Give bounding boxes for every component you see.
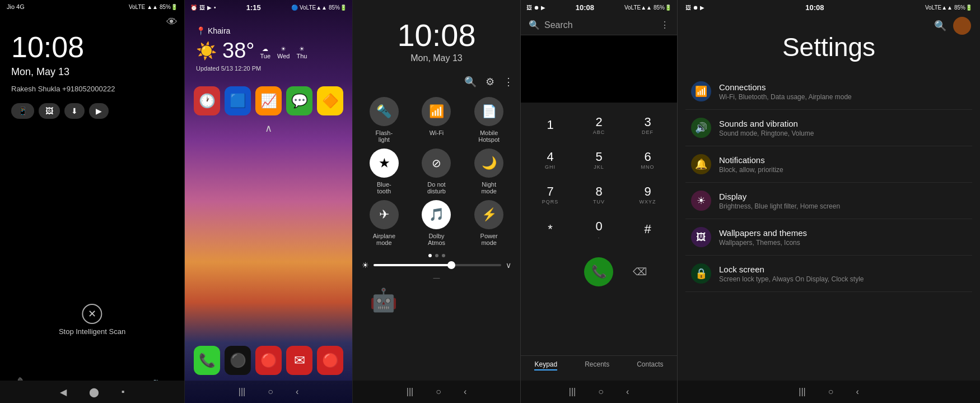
search-icon-dialer: 🔍 [529, 20, 540, 30]
nav-back-5[interactable]: ||| [799, 387, 805, 397]
airplane-label: Airplanemode [373, 233, 395, 246]
carrier-text: Jio 4G [7, 3, 25, 10]
power-icon: ⚡ [474, 200, 503, 229]
dial-7[interactable]: 7PQRS [526, 178, 574, 211]
qs-tile-wifi[interactable]: 📶 Wi-Fi [413, 97, 460, 143]
search-icon-qs[interactable]: 🔍 [464, 76, 477, 88]
android-logo: 🤖 [370, 287, 398, 313]
nav-home-5[interactable]: ○ [828, 387, 834, 397]
dial-9[interactable]: 9WXYZ [624, 178, 671, 211]
action-btn-2[interactable]: 🖼 [39, 103, 60, 119]
dial-0[interactable]: 0. [575, 212, 623, 246]
brightness-row[interactable]: ☀ ∨ [353, 257, 520, 273]
app-blue[interactable]: 🟦 [225, 86, 251, 115]
dial-4[interactable]: 4GHI [526, 143, 574, 177]
dial-6[interactable]: 6MNO [624, 143, 671, 177]
app-clock[interactable]: 🕐 [194, 86, 220, 115]
dot-2 [435, 254, 438, 257]
bottom-apps: 📞 ⚫ 🔴 ✉ 🔴 [185, 346, 352, 375]
dial-5[interactable]: 5JKL [575, 143, 623, 177]
settings-item-display[interactable]: ☀ Display Brightness, Blue light filter,… [685, 183, 972, 219]
dolby-label: DolbyAtmos [428, 233, 445, 246]
brightness-fill [374, 264, 450, 266]
app-phone[interactable]: 📞 [194, 346, 220, 375]
qs-tile-airplane[interactable]: ✈ Airplanemode [361, 200, 408, 246]
connections-desc: Wi-Fi, Bluetooth, Data usage, Airplane m… [719, 93, 852, 101]
lock-user: Rakesh Shukla +918052000222 [0, 80, 184, 98]
stop-scan-area[interactable]: ✕ Stop Intelligent Scan [59, 304, 125, 336]
app-camera[interactable]: ⚫ [225, 346, 251, 375]
nav-recents-5[interactable]: ‹ [856, 387, 858, 397]
nav-home-2[interactable]: ○ [268, 387, 273, 397]
dial-star[interactable]: * [526, 212, 574, 246]
nav-back-3[interactable]: ||| [407, 387, 413, 397]
more-icon-dialer[interactable]: ⋮ [660, 20, 669, 30]
call-button[interactable]: 📞 [584, 257, 613, 286]
nav-recents-4[interactable]: ‹ [626, 387, 629, 397]
weather-card: 📍 Khaira ☀️ 38° ☁Tue ☀Wed ☀Thu Updated 5… [190, 21, 347, 77]
dial-hash[interactable]: # [624, 212, 671, 246]
action-btn-3[interactable]: ⬇ [64, 103, 85, 119]
qs-grid: 🔦 Flash-light 📶 Wi-Fi 📄 MobileHotspot ★ … [353, 91, 520, 252]
tab-keypad[interactable]: Keypad [534, 360, 557, 370]
stop-icon[interactable]: ✕ [82, 304, 102, 324]
app-photos[interactable]: 🔴 [255, 346, 282, 375]
settings-item-notifications[interactable]: 🔔 Notifications Block, allow, prioritize [685, 146, 972, 183]
tab-recents[interactable]: Recents [585, 360, 609, 370]
settings-item-wallpaper[interactable]: 🖼 Wallpapers and themes Wallpapers, Them… [685, 219, 972, 256]
tab-contacts[interactable]: Contacts [637, 360, 663, 370]
lock-screen-panel: Jio 4G VoLTE ▲▲ 85%🔋 👁 10:08 Mon, May 13… [0, 0, 185, 403]
qs-tile-dolby[interactable]: 🎵 DolbyAtmos [413, 200, 460, 246]
qs-tile-power[interactable]: ⚡ Powermode [465, 200, 512, 246]
lockscreen-title: Lock screen [719, 265, 864, 274]
nav-recents-3[interactable]: ‹ [464, 387, 466, 397]
search-bar-dialer[interactable]: 🔍 Search ⋮ [521, 15, 677, 35]
flashlight-label: Flash-light [376, 129, 393, 143]
bluetooth-icon: ★ [370, 149, 399, 178]
dot-3 [442, 254, 445, 257]
qs-tile-hotspot[interactable]: 📄 MobileHotspot [465, 97, 512, 143]
app-brand[interactable]: 🔶 [317, 86, 343, 115]
more-icon-qs[interactable]: ⋮ [503, 76, 514, 88]
qs-tile-bluetooth[interactable]: ★ Blue-tooth [361, 149, 408, 194]
nav-recents[interactable]: ▪ [122, 387, 125, 397]
nav-home-3[interactable]: ○ [436, 387, 441, 397]
nav-back-2[interactable]: ||| [239, 387, 245, 397]
app-email[interactable]: ✉ [286, 346, 312, 375]
display-desc: Brightness, Blue light filter, Home scre… [719, 202, 840, 210]
brightness-knob[interactable] [447, 261, 455, 269]
weather-icon: ☀️ [196, 41, 217, 61]
app-msg[interactable]: 🔴 [317, 346, 343, 375]
dial-1[interactable]: 1 [526, 108, 574, 142]
brightness-bar[interactable] [374, 264, 501, 266]
settings-item-lockscreen[interactable]: 🔒 Lock screen Screen lock type, Always O… [685, 256, 972, 292]
display-area [521, 35, 677, 103]
dial-3[interactable]: 3DEF [624, 108, 671, 142]
settings-icon-qs[interactable]: ⚙ [486, 76, 494, 88]
nav-back-4[interactable]: ||| [569, 387, 576, 397]
dial-2[interactable]: 2ABC [575, 108, 623, 142]
nav-recents-2[interactable]: ‹ [296, 387, 298, 397]
nav-home[interactable]: ⬤ [89, 387, 99, 397]
app-chart[interactable]: 📈 [255, 86, 282, 115]
qs-tile-dnd[interactable]: ⊘ Do notdisturb [413, 149, 460, 194]
brightness-expand-icon[interactable]: ∨ [506, 261, 511, 270]
settings-item-connections[interactable]: 📶 Connections Wi-Fi, Bluetooth, Data usa… [685, 73, 972, 110]
dial-8[interactable]: 8TUV [575, 178, 623, 211]
display-icon: ☀ [691, 191, 711, 211]
swipe-hint: ∧ [185, 122, 352, 135]
wallpaper-text: Wallpapers and themes Wallpapers, Themes… [719, 228, 807, 247]
action-btn-1[interactable]: 📱 [11, 103, 34, 119]
app-chat[interactable]: 💬 [286, 86, 312, 115]
search-icon-settings[interactable]: 🔍 [934, 20, 946, 32]
user-avatar[interactable] [953, 17, 971, 35]
dialpad: 1 2ABC 3DEF 4GHI 5JKL 6MNO 7PQRS 8TUV 9W… [521, 103, 677, 252]
settings-item-sound[interactable]: 🔊 Sounds and vibration Sound mode, Ringt… [685, 110, 972, 146]
nav-back[interactable]: ◀ [60, 387, 67, 397]
nav-home-4[interactable]: ○ [598, 387, 604, 397]
action-btn-4[interactable]: ▶ [89, 103, 109, 119]
dnd-label: Do notdisturb [427, 181, 446, 194]
qs-tile-flashlight[interactable]: 🔦 Flash-light [361, 97, 408, 143]
connections-icon: 📶 [691, 81, 711, 101]
qs-tile-nightmode[interactable]: 🌙 Nightmode [465, 149, 512, 194]
